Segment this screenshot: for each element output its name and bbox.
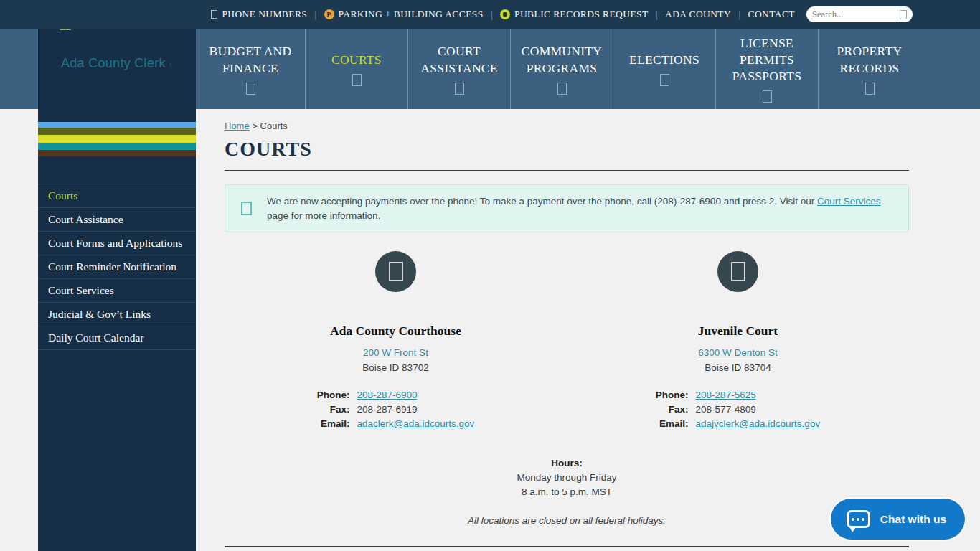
- main-content: Home > Courts COURTS We are now acceptin…: [196, 109, 980, 551]
- sidebar-item-court-assistance[interactable]: Court Assistance: [38, 207, 196, 231]
- chat-label: Chat with us: [880, 513, 946, 526]
- chevron-down-icon: [246, 83, 255, 95]
- search-input[interactable]: [812, 9, 900, 20]
- nav-item-property-records[interactable]: PROPERTY RECORDS: [818, 29, 920, 109]
- search-box: [806, 6, 913, 22]
- breadcrumb-current: Courts: [260, 121, 288, 131]
- sidebar-item-courts[interactable]: Courts: [38, 184, 196, 207]
- nav-item-community-programs[interactable]: COMMUNITY PROGRAMS: [510, 29, 613, 109]
- contact-link[interactable]: CONTACT: [748, 9, 795, 20]
- sidebar-item-court-reminder-notification[interactable]: Court Reminder Notification: [38, 255, 196, 278]
- records-badge-icon: [500, 9, 510, 19]
- alert-icon: [241, 202, 252, 215]
- holiday-note: All locations are closed on all federal …: [225, 515, 909, 526]
- chevron-down-icon: [763, 90, 772, 103]
- parking-icon: P: [324, 9, 334, 19]
- contact-label: CONTACT: [748, 9, 795, 20]
- email-label: Email:: [656, 416, 696, 430]
- nav-item-elections[interactable]: ELECTIONS: [613, 29, 715, 109]
- bottom-divider: [225, 546, 909, 547]
- separator: |: [491, 9, 493, 20]
- public-records-request-link[interactable]: PUBLIC RECORDS REQUEST: [500, 9, 649, 20]
- brand-stripes: [38, 122, 196, 156]
- hours-block: Hours: Monday through Friday 8 a.m. to 5…: [225, 456, 909, 499]
- chevron-down-icon: [660, 74, 669, 86]
- sidebar-menu: Courts Court Assistance Court Forms and …: [38, 184, 196, 350]
- locations-row: Ada County Courthouse 200 W Front St Boi…: [225, 251, 909, 430]
- notice-text-after: page for more information.: [267, 210, 380, 221]
- nav-item-license-permits-passports[interactable]: LICENSE PERMITS PASSPORTS: [715, 29, 818, 109]
- ada-county-label: ADA COUNTY: [665, 9, 731, 20]
- address-link[interactable]: 6300 W Denton St: [698, 347, 777, 358]
- site-logo[interactable]: Ada County Clerk ‹: [38, 56, 196, 71]
- chevron-down-icon: [865, 83, 875, 95]
- chevron-down-icon: [455, 83, 464, 95]
- phone-icon: [211, 10, 217, 19]
- sidebar-item-daily-court-calendar[interactable]: Daily Court Calendar: [38, 326, 196, 350]
- title-divider: [225, 170, 909, 171]
- notice-text-before: We are now accepting payments over the p…: [267, 196, 817, 207]
- nav-item-budget-and-finance[interactable]: BUDGET AND FINANCE: [196, 29, 305, 109]
- sidebar: Ada County Clerk ‹ Courts Court Assistan…: [38, 29, 196, 551]
- fax-value: 208-287-6919: [357, 402, 474, 416]
- email-label: Email:: [317, 416, 357, 430]
- parking-building-access-link[interactable]: P PARKING + BUILDING ACCESS: [324, 9, 484, 20]
- nav-item-courts[interactable]: COURTS: [305, 29, 407, 109]
- building-icon: [717, 251, 758, 292]
- site-logo-text: Ada County Clerk: [61, 56, 166, 70]
- contact-details: Phone: 208-287-5625 Fax: 208-577-4809 Em…: [656, 387, 820, 430]
- fax-label: Fax:: [317, 402, 357, 416]
- chat-with-us-button[interactable]: Chat with us: [831, 499, 965, 540]
- parking-label: PARKING + BUILDING ACCESS: [339, 9, 484, 20]
- chevron-down-icon: [557, 83, 567, 95]
- phone-link[interactable]: 208-287-6900: [357, 390, 417, 400]
- location-card-juvenile-court: Juvenile Court 6300 W Denton St Boise ID…: [567, 251, 909, 430]
- separator: |: [656, 9, 658, 20]
- phone-numbers-link[interactable]: PHONE NUMBERS: [211, 9, 307, 20]
- fax-value: 208-577-4809: [696, 402, 821, 416]
- location-name: Juvenile Court: [567, 324, 909, 339]
- payment-notice-banner: We are now accepting payments over the p…: [225, 184, 909, 232]
- separator: |: [738, 9, 740, 20]
- page-title: COURTS: [225, 138, 909, 161]
- breadcrumb-home-link[interactable]: Home: [225, 121, 250, 131]
- phone-label: Phone:: [656, 387, 696, 402]
- sidebar-item-court-forms-and-applications[interactable]: Court Forms and Applications: [38, 231, 196, 255]
- logo-mark: ‹: [169, 58, 173, 70]
- location-card-ada-county-courthouse: Ada County Courthouse 200 W Front St Boi…: [225, 251, 567, 430]
- fax-label: Fax:: [656, 402, 696, 416]
- contact-details: Phone: 208-287-6900 Fax: 208-287-6919 Em…: [317, 387, 475, 430]
- nav-item-court-assistance[interactable]: COURT ASSISTANCE: [407, 29, 510, 109]
- phone-link[interactable]: 208-287-5625: [696, 390, 756, 400]
- breadcrumb: Home > Courts: [225, 121, 909, 131]
- top-utility-bar: PHONE NUMBERS | P PARKING + BUILDING ACC…: [0, 0, 980, 29]
- ada-county-link[interactable]: ADA COUNTY: [665, 9, 731, 20]
- public-records-label: PUBLIC RECORDS REQUEST: [514, 9, 649, 20]
- email-link[interactable]: adajvclerk@ada.idcourts.gov: [696, 418, 821, 429]
- sidebar-item-judicial-govt-links[interactable]: Judicial & Gov’t Links: [38, 302, 196, 326]
- location-city: Boise ID 83704: [567, 362, 909, 373]
- chat-icon: [847, 510, 870, 528]
- hours-label: Hours:: [225, 456, 909, 471]
- phone-label: Phone:: [317, 387, 357, 402]
- breadcrumb-separator: >: [252, 121, 258, 131]
- address-link[interactable]: 200 W Front St: [363, 347, 428, 358]
- building-icon: [375, 251, 416, 292]
- location-name: Ada County Courthouse: [225, 324, 567, 339]
- separator: |: [314, 9, 316, 20]
- phone-numbers-label: PHONE NUMBERS: [222, 9, 307, 20]
- search-icon[interactable]: [900, 10, 907, 19]
- hours-days: Monday through Friday: [225, 471, 909, 485]
- email-link[interactable]: adaclerk@ada.idcourts.gov: [357, 418, 474, 429]
- chevron-down-icon: [352, 74, 362, 86]
- court-services-link[interactable]: Court Services: [817, 196, 881, 207]
- sidebar-item-court-services[interactable]: Court Services: [38, 278, 196, 302]
- location-city: Boise ID 83702: [225, 362, 567, 373]
- hours-time: 8 a.m. to 5 p.m. MST: [225, 485, 909, 499]
